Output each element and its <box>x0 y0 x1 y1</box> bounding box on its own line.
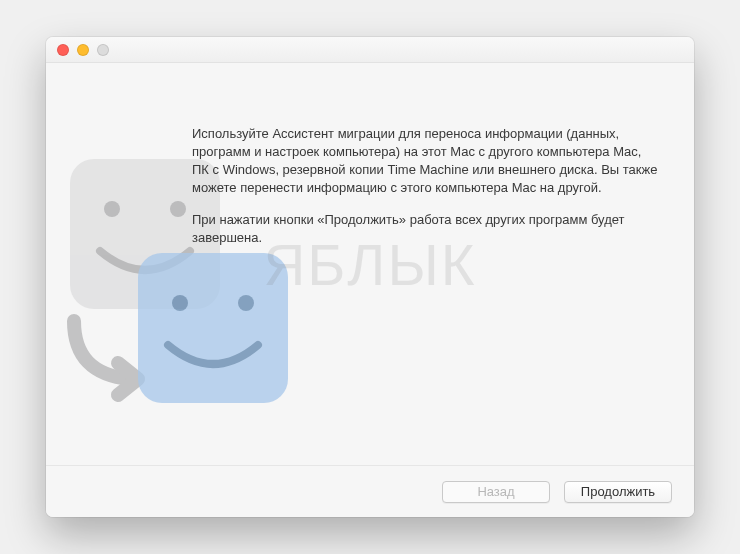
maximize-icon <box>97 44 109 56</box>
dialog-paragraph-1: Используйте Ассистент миграции для перен… <box>192 125 660 197</box>
svg-point-5 <box>238 295 254 311</box>
dialog-content: Используйте Ассистент миграции для перен… <box>46 63 694 465</box>
dialog-body: Используйте Ассистент миграции для перен… <box>192 125 660 261</box>
continue-button[interactable]: Продолжить <box>564 481 672 503</box>
dialog-footer: Назад Продолжить <box>46 465 694 517</box>
window-titlebar <box>46 37 694 63</box>
back-button: Назад <box>442 481 550 503</box>
dialog-paragraph-2: При нажатии кнопки «Продолжить» работа в… <box>192 211 660 247</box>
migration-assistant-window: Используйте Ассистент миграции для перен… <box>46 37 694 517</box>
svg-point-2 <box>170 201 186 217</box>
svg-rect-3 <box>138 253 288 403</box>
minimize-icon[interactable] <box>77 44 89 56</box>
close-icon[interactable] <box>57 44 69 56</box>
svg-point-1 <box>104 201 120 217</box>
svg-point-4 <box>172 295 188 311</box>
